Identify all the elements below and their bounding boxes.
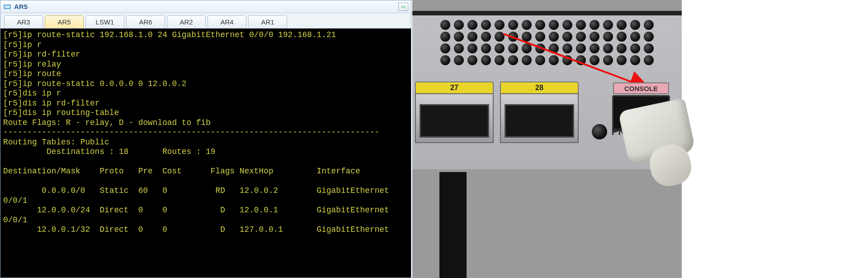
tab-ar6[interactable]: AR6 [126, 15, 165, 28]
window-button[interactable]: ▭ [398, 3, 408, 11]
tab-ar2[interactable]: AR2 [167, 15, 206, 28]
tab-ar3[interactable]: AR3 [4, 15, 43, 28]
simulator-window: AR5 ▭ AR3 AR5 LSW1 AR6 AR2 AR4 AR1 [r5]i… [0, 0, 411, 278]
tab-label: AR4 [220, 18, 233, 26]
tab-label: AR6 [139, 18, 152, 26]
console-cable [605, 100, 695, 195]
tab-label: AR1 [261, 18, 274, 26]
device-tabbar: AR3 AR5 LSW1 AR6 AR2 AR4 AR1 [0, 13, 411, 29]
titlebar: AR5 ▭ [0, 0, 411, 13]
console-port-label: CONSOLE [613, 82, 669, 94]
sfp-cage [500, 93, 579, 143]
app-icon [3, 3, 11, 11]
tab-ar5[interactable]: AR5 [45, 15, 84, 28]
cli-terminal[interactable]: [r5]ip route-static 192.168.1.0 24 Gigab… [0, 29, 411, 278]
port-label: 27 [415, 81, 494, 93]
window-title: AR5 [14, 3, 28, 10]
watermark: CSDN @水中加点糖 [614, 267, 676, 275]
tab-label: AR3 [17, 18, 30, 26]
tab-label: AR5 [57, 18, 71, 26]
tab-ar4[interactable]: AR4 [208, 15, 246, 28]
port-label: 28 [500, 81, 579, 93]
tab-label: AR2 [179, 18, 193, 26]
sfp-port-28: 28 [500, 81, 579, 143]
tab-label: LSW1 [96, 18, 114, 26]
ventilation-holes [439, 20, 655, 69]
sfp-port-27: 27 [415, 81, 494, 143]
router-photo: 27 28 CONSOLE PNP CSDN @水中加点糖 [412, 0, 682, 278]
sfp-ports-row: 27 28 [415, 81, 579, 143]
tab-ar1[interactable]: AR1 [248, 15, 287, 28]
rack-edge [439, 172, 467, 278]
svg-rect-1 [5, 5, 10, 8]
tab-lsw1[interactable]: LSW1 [85, 15, 124, 28]
sfp-cage [415, 93, 494, 143]
